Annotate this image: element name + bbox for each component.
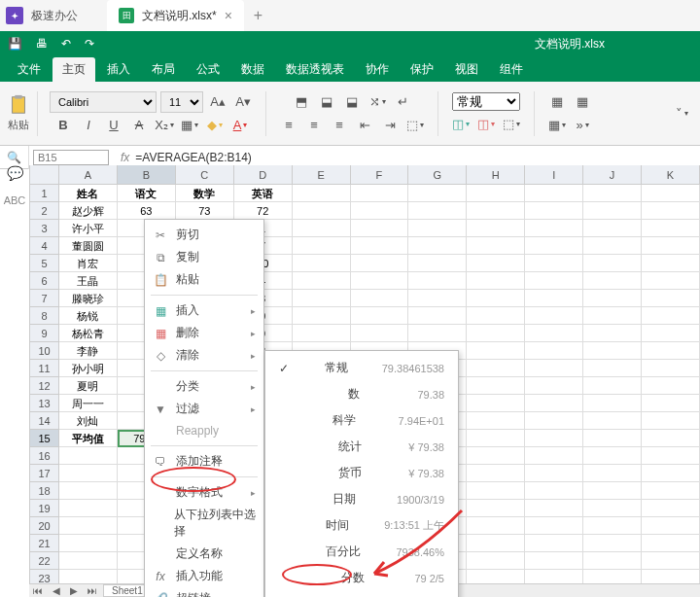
menu-插入[interactable]: 插入 (97, 57, 140, 82)
row-header[interactable]: 12 (30, 377, 59, 395)
cell[interactable] (351, 220, 409, 237)
cell[interactable] (351, 255, 409, 272)
cell[interactable]: 杨松青 (59, 325, 118, 342)
col-header[interactable]: A (59, 165, 118, 185)
cell[interactable] (59, 535, 118, 552)
cell[interactable] (525, 430, 583, 447)
cell[interactable] (525, 552, 583, 570)
row-header[interactable]: 2 (30, 202, 59, 220)
decrease-font-icon[interactable]: A▾ (232, 91, 254, 113)
cell[interactable] (467, 272, 525, 290)
cell[interactable] (583, 535, 642, 552)
menu-协作[interactable]: 协作 (356, 57, 399, 82)
cell[interactable] (467, 517, 525, 535)
cell[interactable] (351, 272, 409, 290)
cell[interactable] (583, 255, 642, 272)
cell[interactable] (525, 342, 583, 360)
cell[interactable] (467, 255, 525, 272)
cell[interactable]: 肖宏 (59, 255, 118, 272)
cell[interactable] (583, 517, 642, 535)
menu-主页[interactable]: 主页 (52, 57, 95, 82)
cell[interactable]: 语文 (118, 185, 176, 202)
ctx-hyperlink[interactable]: 🔗超链接 (145, 587, 263, 597)
cell[interactable] (467, 500, 525, 517)
cell[interactable] (293, 307, 351, 325)
numfmt-分数[interactable]: 分数79 2/5 (265, 565, 458, 591)
cell[interactable] (467, 447, 525, 465)
add-tab-button[interactable]: + (254, 7, 262, 24)
numfmt-常规[interactable]: ✓常规79.38461538 (265, 355, 458, 381)
indent-increase-icon[interactable]: ⇥ (379, 115, 401, 136)
undo-icon[interactable]: ↶ (61, 37, 71, 51)
cell[interactable] (408, 325, 467, 342)
cell[interactable] (642, 342, 700, 360)
cell[interactable] (293, 272, 351, 290)
ctx-insert-function[interactable]: fx插入功能 (145, 565, 263, 587)
cell[interactable] (467, 430, 525, 447)
cell[interactable] (642, 465, 700, 482)
fx-icon[interactable]: fx (121, 151, 129, 164)
cell[interactable] (408, 307, 467, 325)
font-size-select[interactable]: 11 (160, 91, 203, 113)
cell[interactable] (642, 185, 700, 202)
cell[interactable] (293, 185, 351, 202)
row-header[interactable]: 11 (30, 360, 59, 377)
numfmt-科学[interactable]: 科学7.94E+01 (265, 407, 458, 434)
cell[interactable] (467, 535, 525, 552)
cell[interactable] (525, 237, 583, 255)
col-header[interactable]: J (583, 165, 642, 185)
col-header[interactable]: H (467, 165, 525, 185)
cell[interactable]: 72 (234, 202, 293, 220)
cell[interactable] (408, 185, 467, 202)
row-header[interactable]: 3 (30, 220, 59, 237)
row-header[interactable]: 15 (30, 430, 59, 447)
cell[interactable] (642, 482, 700, 500)
cell[interactable] (583, 395, 642, 412)
cell[interactable] (467, 237, 525, 255)
fill-color-button[interactable]: ◆ (204, 115, 226, 136)
underline-button[interactable]: U (103, 115, 124, 136)
cell[interactable] (467, 395, 525, 412)
numfmt-时间[interactable]: 时间9:13:51 上午 (265, 512, 458, 539)
cell[interactable] (467, 290, 525, 307)
cell[interactable] (525, 307, 583, 325)
cell[interactable] (408, 237, 467, 255)
close-tab-icon[interactable]: × (225, 8, 232, 23)
cell[interactable] (59, 482, 118, 500)
cell[interactable] (351, 185, 409, 202)
cell[interactable]: 英语 (234, 185, 293, 202)
cell[interactable] (467, 377, 525, 395)
cell[interactable] (293, 255, 351, 272)
border-button[interactable]: ▦ (179, 115, 200, 136)
cell[interactable] (467, 570, 525, 583)
cell[interactable] (583, 465, 642, 482)
numfmt-百分比[interactable]: 百分比7938.46% (265, 539, 458, 565)
row-header[interactable]: 22 (30, 552, 59, 570)
cell[interactable] (525, 517, 583, 535)
cell[interactable] (642, 360, 700, 377)
col-header[interactable]: I (525, 165, 583, 185)
row-header[interactable]: 10 (30, 342, 59, 360)
row-header[interactable]: 8 (30, 307, 59, 325)
cell[interactable] (583, 377, 642, 395)
cell[interactable] (642, 325, 700, 342)
cell[interactable] (525, 360, 583, 377)
row-header[interactable]: 6 (30, 272, 59, 290)
cell[interactable] (467, 220, 525, 237)
row-header[interactable]: 16 (30, 447, 59, 465)
cell[interactable] (583, 447, 642, 465)
cell[interactable] (583, 272, 642, 290)
row-header[interactable]: 7 (30, 290, 59, 307)
italic-button[interactable]: I (78, 115, 99, 136)
cell[interactable] (525, 290, 583, 307)
menu-文件[interactable]: 文件 (8, 57, 51, 82)
paste-button[interactable]: 粘贴 (8, 94, 29, 132)
bold-button[interactable]: B (52, 115, 74, 136)
cell[interactable] (293, 290, 351, 307)
document-tab[interactable]: 田 文档说明.xlsx* × (107, 0, 244, 31)
menu-保护[interactable]: 保护 (401, 57, 443, 82)
cell[interactable] (408, 255, 467, 272)
align-bottom-icon[interactable]: ⬓ (341, 91, 363, 113)
cell[interactable] (642, 517, 700, 535)
cell[interactable] (525, 482, 583, 500)
